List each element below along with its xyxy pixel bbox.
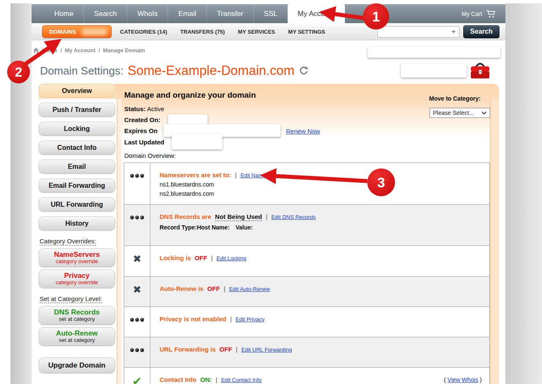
renew-now-link[interactable]: Renew Now [286, 128, 320, 135]
subnav-item-domains[interactable]: DOMAINS [42, 25, 112, 38]
separator: | [230, 315, 232, 323]
row-status: Not Being Used [215, 213, 262, 221]
move-to-category-label: Move to Category: [429, 95, 481, 102]
search-combobox[interactable] [377, 26, 459, 37]
table-row-dns-records: DNS Records are Not Being Used | Edit DN… [124, 204, 489, 245]
sidebar-item-overview[interactable]: Overview [39, 84, 115, 98]
updated-line: Last Updated [124, 139, 164, 146]
row-icon-cell [124, 163, 150, 204]
breadcrumb-home[interactable]: Home [42, 47, 57, 53]
row-title: DNS Records are [160, 213, 211, 220]
tab-transfer[interactable]: Transfer [206, 4, 254, 23]
cross-icon [133, 254, 141, 264]
tab-search[interactable]: Search [83, 4, 127, 23]
search-button[interactable]: Search [463, 25, 499, 38]
row-icon-cell [124, 277, 150, 307]
sidebar-item-url-forwarding[interactable]: URL Forwarding [39, 197, 115, 211]
sidebar-item-nameservers-override[interactable]: NameServers category override [39, 248, 115, 267]
nameserver-value: ns2.bluestardns.com [160, 190, 483, 197]
redaction-box [172, 134, 222, 149]
breadcrumb-my-account[interactable]: My Account [65, 47, 96, 53]
sidebar-item-history[interactable]: History [39, 216, 115, 230]
row-icon-cell [124, 205, 150, 245]
edit-auto-renew-link[interactable]: Edit Auto-Renew [229, 286, 270, 292]
row-title: Privacy is not enabled [160, 315, 226, 323]
cart-icon [486, 10, 496, 18]
dots-icon [130, 348, 145, 352]
view-whois-link[interactable]: View Whois [448, 376, 478, 383]
home-icon [33, 48, 39, 53]
table-row-url-forwarding: URL Forwarding is OFF | Edit URL Forward… [124, 337, 489, 367]
sidebar-item-dns-records-category[interactable]: DNS Records set at category [39, 306, 115, 325]
row-title: Contact Info [160, 376, 197, 383]
main-heading: Manage and organize your domain [124, 91, 256, 100]
combobox-dropdown-icon[interactable] [451, 31, 456, 33]
row-status: ON: [200, 376, 212, 383]
sidebar-item-privacy-override[interactable]: Privacy category override [39, 269, 115, 288]
status-label: Status: [124, 105, 146, 112]
edit-dns-records-link[interactable]: Edit DNS Records [271, 214, 315, 220]
tab-my-account[interactable]: My Account [288, 4, 345, 23]
row-status: OFF [207, 285, 220, 292]
tab-email[interactable]: Email [168, 4, 206, 23]
row-icon-cell [124, 337, 150, 367]
tab-ssl[interactable]: SSL [254, 4, 288, 23]
expires-label: Expires On [124, 127, 158, 134]
tab-whois[interactable]: WhoIs [127, 4, 168, 23]
edit-locking-link[interactable]: Edit Locking [216, 255, 246, 261]
set-at-category-label: Set at Category Level: [40, 295, 115, 302]
separator: | [236, 346, 238, 353]
chevron-down-icon [481, 111, 487, 115]
subnav-item-categories[interactable]: CATEGORIES (14) [115, 29, 172, 35]
left-gray-margin [11, 3, 32, 384]
row-title: Nameservers are set to: [160, 171, 231, 179]
dots-icon [130, 174, 145, 178]
my-cart-label: My Cart [462, 11, 482, 17]
panel-left-border [117, 99, 121, 384]
tab-home[interactable]: Home [44, 4, 83, 23]
bottom-crop-strip [0, 384, 542, 392]
dots-icon [130, 318, 145, 322]
separator: | [266, 213, 267, 220]
table-row-nameservers: Nameservers are set to: | Edit NameServe… [124, 163, 489, 204]
subnav-item-my-services[interactable]: MY SERVICES [233, 29, 280, 35]
breadcrumb: Home / My Account / Manage Domain [33, 47, 145, 53]
row-status: OFF [219, 346, 232, 353]
category-subtitle: set at category [59, 337, 95, 343]
breadcrumb-current: Manage Domain [103, 47, 145, 53]
toolbox-icon[interactable] [470, 61, 491, 80]
dns-record-columns: Record Type:Host Name:Value: [160, 224, 483, 231]
edit-privacy-link[interactable]: Edit Privacy [235, 316, 264, 323]
override-subtitle: category override [56, 259, 98, 264]
sidebar-item-locking[interactable]: Locking [39, 122, 115, 136]
page: Home Search WhoIs Email Transfer SSL My … [0, 0, 542, 392]
sidebar: Overview Push / Transfer Locking Contact… [39, 84, 115, 378]
sidebar-item-email[interactable]: Email [39, 160, 115, 173]
edit-nameservers-link[interactable]: Edit NameServers [240, 172, 285, 179]
domain-overview-table: Nameservers are set to: | Edit NameServe… [124, 163, 490, 392]
category-overrides-label: Category Overrides: [40, 237, 115, 245]
top-navbar: Home Search WhoIs Email Transfer SSL My … [32, 4, 505, 23]
my-cart-button[interactable]: My Cart [462, 4, 505, 23]
sidebar-item-auto-renew-category[interactable]: Auto-Renew set at category [39, 327, 115, 346]
refresh-icon[interactable] [299, 66, 308, 76]
category-select[interactable]: Please Select... [430, 108, 490, 118]
category-title: Auto-Renew [56, 330, 98, 338]
row-status: OFF [195, 254, 207, 261]
sidebar-item-email-forwarding[interactable]: Email Forwarding [39, 179, 115, 192]
breadcrumb-separator: / [99, 47, 100, 53]
subnav-item-my-settings[interactable]: MY SETTINGS [283, 29, 330, 35]
row-icon-cell [124, 307, 150, 337]
search-input[interactable] [379, 27, 450, 37]
edit-url-forwarding-link[interactable]: Edit URL Forwarding [241, 347, 292, 353]
edit-contact-info-link[interactable]: Edit Contact Info [221, 377, 262, 383]
subnav-item-transfers[interactable]: TRANSFERS (75) [176, 29, 230, 35]
sidebar-item-push-transfer[interactable]: Push / Transfer [39, 103, 115, 117]
redaction-box [401, 64, 467, 77]
upgrade-domain-button[interactable]: Upgrade Domain [39, 357, 115, 373]
override-subtitle: category override [56, 280, 98, 285]
separator: | [211, 254, 213, 261]
table-row-privacy: Privacy is not enabled | Edit Privacy [124, 307, 489, 337]
sidebar-item-contact-info[interactable]: Contact Info [39, 141, 115, 155]
override-title: Privacy [64, 272, 90, 280]
